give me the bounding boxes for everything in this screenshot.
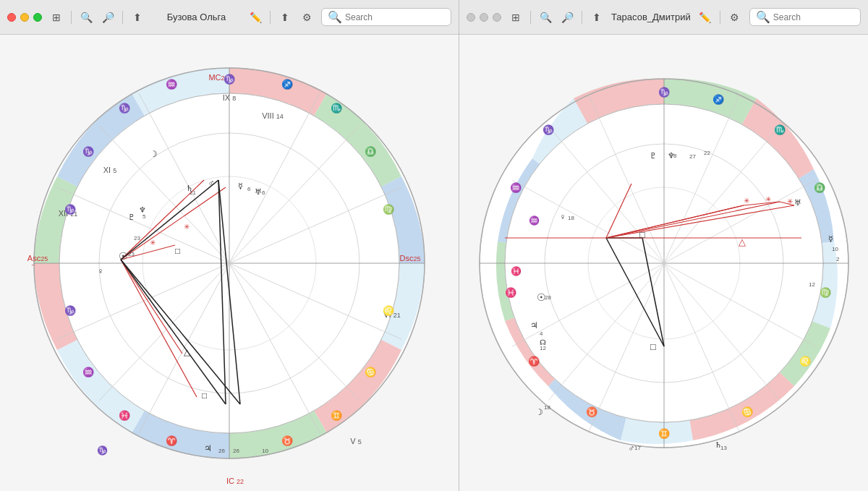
settings-icon[interactable]: ⚙ [298, 9, 315, 26]
upload-icon-right[interactable]: ⬆ [588, 9, 605, 26]
svg-text:☊: ☊ [540, 338, 546, 346]
svg-text:♍: ♍ [820, 286, 832, 299]
svg-text:✳: ✳ [150, 239, 156, 247]
svg-text:☉: ☉ [119, 250, 128, 262]
svg-text:□: □ [202, 390, 207, 401]
search-input-left[interactable] [345, 12, 445, 22]
grid-icon[interactable]: ⊞ [48, 9, 65, 26]
svg-text:♅: ♅ [255, 187, 262, 196]
svg-text:26: 26 [218, 448, 225, 454]
toolbar-right-win: ⊞ 🔍 🔎 ⬆ [507, 9, 605, 26]
svg-text:♇: ♇ [650, 151, 657, 160]
svg-text:♒: ♒ [528, 215, 539, 226]
pen-icon-right[interactable]: ✏️ [697, 9, 714, 26]
share-icon[interactable]: ⬆ [276, 9, 294, 26]
traffic-lights-left [7, 13, 42, 22]
zoom-in-icon-right[interactable]: 🔎 [558, 9, 576, 26]
svg-text:✳: ✳ [765, 195, 771, 203]
svg-text:♎: ♎ [365, 145, 377, 158]
traffic-lights-right [467, 13, 501, 22]
separator [71, 11, 72, 24]
svg-text:IX 8: IX 8 [223, 93, 236, 102]
svg-text:♋: ♋ [741, 406, 754, 418]
svg-text:♋: ♋ [365, 366, 377, 378]
search-input-right[interactable] [773, 12, 854, 22]
svg-text:♎: ♎ [814, 182, 826, 194]
svg-text:♑: ♑ [82, 145, 95, 158]
svg-text:28: 28 [545, 294, 551, 301]
zoom-out-icon[interactable]: 🔍 [77, 9, 95, 26]
grid-icon-right[interactable]: ⊞ [507, 9, 524, 26]
toolbar-right-left: ✏️ ⬆ ⚙ [247, 9, 315, 26]
svg-text:♉: ♉ [586, 406, 598, 418]
svg-text:♊: ♊ [331, 409, 343, 422]
close-button-right[interactable] [467, 13, 475, 22]
astro-chart-right: ☉ ☽ ♂ ♀ ♃ ♄ ☿ ♆ ♇ ♅ ♒ ♓ □ □ [476, 46, 852, 480]
svg-text:6: 6 [247, 186, 251, 192]
svg-text:♅: ♅ [794, 198, 801, 207]
svg-text:♓: ♓ [505, 286, 517, 299]
svg-text:18: 18 [568, 215, 574, 221]
svg-text:♊: ♊ [658, 427, 671, 440]
minimize-button[interactable] [20, 13, 29, 22]
svg-text:←: ← [30, 262, 36, 268]
svg-text:12: 12 [809, 281, 815, 288]
svg-text:8: 8 [673, 153, 677, 159]
zoom-button-right[interactable] [493, 13, 501, 22]
svg-text:6: 6 [262, 189, 265, 196]
svg-text:♌: ♌ [383, 304, 395, 317]
svg-text:△: △ [184, 347, 191, 357]
svg-text:♑: ♑ [119, 102, 131, 114]
zoom-in-icon[interactable]: 🔎 [99, 9, 116, 26]
svg-text:♌: ♌ [799, 355, 812, 367]
astro-chart-left: IX 8 VIII 14 XI 5 XII 21 VI 21 V 5 IV 22… [16, 43, 443, 484]
svg-text:✳: ✳ [184, 223, 190, 231]
svg-text:23: 23 [134, 235, 140, 242]
svg-text:18: 18 [544, 404, 550, 411]
search-box-right[interactable]: 🔍 [749, 8, 861, 26]
toolbar-left: ⊞ 🔍 🔎 ⬆ [48, 9, 146, 26]
zoom-button[interactable] [33, 13, 42, 22]
close-button[interactable] [7, 13, 16, 22]
window-title-left: Бузова Ольга [152, 12, 241, 22]
svg-text:♏: ♏ [774, 124, 786, 136]
svg-text:☿: ☿ [238, 182, 243, 190]
svg-text:♉: ♉ [281, 435, 294, 447]
minimize-button-right[interactable] [480, 13, 488, 22]
chart-area-right: ☉ ☽ ♂ ♀ ♃ ♄ ☿ ♆ ♇ ♅ ♒ ♓ □ □ [459, 35, 868, 491]
svg-text:V 5: V 5 [350, 437, 361, 445]
settings-icon-right[interactable]: ⚙ [726, 9, 744, 26]
svg-text:♃: ♃ [204, 443, 212, 453]
svg-text:♑: ♑ [542, 124, 555, 136]
svg-text:21: 21 [190, 189, 196, 196]
zoom-out-icon-right[interactable]: 🔍 [537, 9, 554, 26]
search-box-left[interactable]: 🔍 [321, 8, 451, 26]
svg-text:♑: ♑ [658, 86, 671, 98]
svg-text:♈: ♈ [528, 355, 540, 367]
svg-text:♐: ♐ [712, 93, 725, 106]
svg-text:□: □ [639, 229, 645, 240]
separator2 [122, 11, 123, 24]
window-title-right: Тарасов_Дмитрий [611, 12, 691, 22]
svg-text:26: 26 [233, 448, 239, 454]
svg-text:17: 17 [634, 445, 641, 451]
pen-icon[interactable]: ✏️ [247, 9, 264, 26]
chart-area-left: IX 8 VIII 14 XI 5 XII 21 VI 21 V 5 IV 22… [0, 35, 459, 491]
window-left: ⊞ 🔍 🔎 ⬆ Бузова Ольга ✏️ ⬆ ⚙ 🔍 [0, 0, 459, 491]
svg-text:22: 22 [704, 150, 710, 156]
sep-r2 [582, 11, 582, 24]
svg-text:✳: ✳ [787, 197, 793, 205]
svg-text:☽: ☽ [535, 407, 542, 417]
svg-text:♀: ♀ [98, 266, 104, 276]
search-icon-left: 🔍 [328, 10, 342, 24]
svg-text:□: □ [650, 341, 656, 352]
svg-text:♑: ♑ [64, 203, 77, 215]
svg-text:10: 10 [832, 246, 838, 252]
svg-text:23: 23 [128, 251, 135, 257]
upload-icon[interactable]: ⬆ [129, 9, 146, 26]
svg-text:27: 27 [689, 153, 696, 160]
svg-text:☿: ☿ [827, 234, 833, 243]
titlebar-left: ⊞ 🔍 🔎 ⬆ Бузова Ольга ✏️ ⬆ ⚙ 🔍 [0, 0, 459, 35]
svg-text:XI 5: XI 5 [103, 166, 116, 174]
svg-text:♇: ♇ [128, 213, 135, 221]
